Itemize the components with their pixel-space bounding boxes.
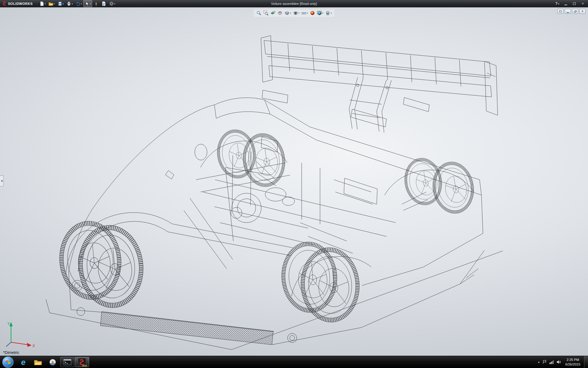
start-button[interactable] <box>0 356 16 368</box>
minimize-button[interactable] <box>562 1 570 6</box>
document-minimize-icon <box>567 12 569 13</box>
help-button[interactable]: ? ▾ <box>553 1 561 6</box>
media-player-icon <box>49 358 56 366</box>
document-minimize-button[interactable] <box>565 9 571 14</box>
section-view-button[interactable] <box>277 10 283 16</box>
select-window-icon <box>559 10 562 12</box>
open-button[interactable]: ▾ <box>47 0 56 7</box>
edit-appearance-ball-icon <box>310 10 315 16</box>
show-desktop-button[interactable] <box>584 356 588 368</box>
print-dropdown-arrow[interactable]: ▾ <box>72 3 73 5</box>
triad-x-label: X <box>32 344 35 348</box>
zoom-to-area-button[interactable] <box>263 10 269 16</box>
show-hidden-icons-button[interactable]: ▲ <box>537 361 540 363</box>
undo-dropdown-arrow[interactable]: ▾ <box>81 3 82 5</box>
section-view-icon <box>277 10 283 16</box>
start-orb-icon <box>2 357 13 368</box>
open-folder-icon <box>48 1 53 6</box>
view-orientation-dropdown-arrow[interactable]: ▾ <box>290 12 291 14</box>
folder-icon <box>34 359 42 365</box>
view-orientation-button[interactable]: ▾ <box>284 10 292 16</box>
titlebar-right-controls: ? ▾ × <box>553 1 588 6</box>
taskbar-media-player[interactable] <box>46 357 60 367</box>
solidworks-logo-icon <box>2 1 7 6</box>
close-button[interactable]: × <box>579 1 587 6</box>
open-dropdown-arrow[interactable]: ▾ <box>54 3 55 5</box>
new-dropdown-arrow[interactable]: ▾ <box>45 3 46 5</box>
help-dropdown-arrow[interactable]: ▾ <box>558 3 559 5</box>
solidworks-application-window: SOLIDWORKS ▾ ▾ <box>0 0 588 368</box>
new-document-button[interactable]: ▾ <box>38 0 47 7</box>
apply-scene-button[interactable]: ▾ <box>316 10 324 16</box>
taskbar-solidworks[interactable]: 2015 <box>75 357 89 367</box>
taskbar-windows-explorer[interactable] <box>31 357 45 367</box>
rebuild-traffic-light-icon <box>94 1 99 6</box>
close-icon: × <box>582 2 584 6</box>
minimize-icon <box>564 5 567 5</box>
view-settings-dropdown-arrow[interactable]: ▾ <box>331 12 332 14</box>
print-button[interactable]: ▾ <box>65 0 74 7</box>
undo-icon <box>76 1 81 6</box>
zoom-to-fit-button[interactable] <box>256 10 262 16</box>
brand-text: SOLIDWORKS <box>8 2 33 6</box>
feature-manager-collapse-tab[interactable] <box>0 175 4 186</box>
new-document-icon <box>40 1 44 6</box>
window-title: Voiture assemblee [Read-only] <box>271 2 317 6</box>
display-style-dropdown-arrow[interactable]: ▾ <box>298 12 300 14</box>
view-orientation-cube-icon <box>285 10 290 16</box>
file-properties-button[interactable] <box>100 0 107 7</box>
collapse-left-arrow-icon <box>1 180 2 182</box>
save-button[interactable]: ▾ <box>56 0 65 7</box>
select-tool-button[interactable]: ▾ <box>83 0 92 7</box>
main-toolbar: ▾ ▾ ▾ <box>36 0 117 7</box>
clock-date: 6/26/2015 <box>565 362 580 366</box>
volume-icon[interactable] <box>556 360 561 364</box>
taskbar-internet-explorer[interactable]: e <box>16 357 30 367</box>
previous-view-icon <box>270 10 276 16</box>
hide-show-items-button[interactable]: ▾ <box>301 10 309 16</box>
save-dropdown-arrow[interactable]: ▾ <box>63 3 64 5</box>
system-tray: ▲ 2:25 PM 6/26/2015 <box>536 356 584 368</box>
select-window-button[interactable] <box>557 9 564 14</box>
graphics-viewport[interactable]: ▾ ▾ ▾ <box>0 7 588 356</box>
taskbar-clock[interactable]: 2:25 PM 6/26/2015 <box>564 358 582 366</box>
document-close-button[interactable]: × <box>579 9 586 14</box>
options-button[interactable]: ▾ <box>108 0 117 7</box>
save-floppy-icon <box>58 1 62 6</box>
select-cursor-icon <box>85 1 89 6</box>
document-window-buttons: × <box>557 9 586 14</box>
options-dropdown-arrow[interactable]: ▾ <box>114 3 115 5</box>
maximize-button[interactable] <box>570 1 578 6</box>
windows-flag-icon <box>5 359 11 365</box>
select-dropdown-arrow[interactable]: ▾ <box>90 3 91 5</box>
apply-scene-dropdown-arrow[interactable]: ▾ <box>322 12 323 14</box>
internet-explorer-icon: e <box>21 358 25 366</box>
zoom-to-area-icon <box>263 10 269 16</box>
hide-show-dropdown-arrow[interactable]: ▾ <box>307 12 308 14</box>
print-icon <box>66 1 71 6</box>
hide-show-eye-icon <box>301 10 307 16</box>
help-label: ? <box>555 2 557 6</box>
display-style-icon <box>293 10 298 16</box>
document-restore-button[interactable] <box>572 9 578 14</box>
file-properties-icon <box>101 1 106 6</box>
clock-time: 2:25 PM <box>567 358 579 362</box>
solidworks-logo: SOLIDWORKS <box>0 1 36 6</box>
network-status-icon[interactable] <box>549 360 554 364</box>
view-settings-button[interactable]: ▾ <box>325 10 333 16</box>
zoom-to-fit-icon <box>256 10 262 16</box>
rebuild-button[interactable] <box>92 0 100 7</box>
display-style-button[interactable]: ▾ <box>292 10 300 16</box>
reference-triad: Y X <box>2 319 36 348</box>
triad-y-label: Y <box>7 322 10 326</box>
view-orientation-label: *Dimetric <box>3 350 19 355</box>
document-restore-icon <box>574 10 577 13</box>
windows-taskbar: e <box>0 356 588 368</box>
command-prompt-icon <box>63 359 71 365</box>
taskbar-command-prompt[interactable] <box>60 357 74 367</box>
edit-appearance-button[interactable] <box>309 10 315 16</box>
action-center-flag-icon[interactable] <box>543 360 547 364</box>
wireframe-car-model <box>0 7 588 356</box>
undo-button[interactable]: ▾ <box>74 0 83 7</box>
previous-view-button[interactable] <box>270 10 276 16</box>
